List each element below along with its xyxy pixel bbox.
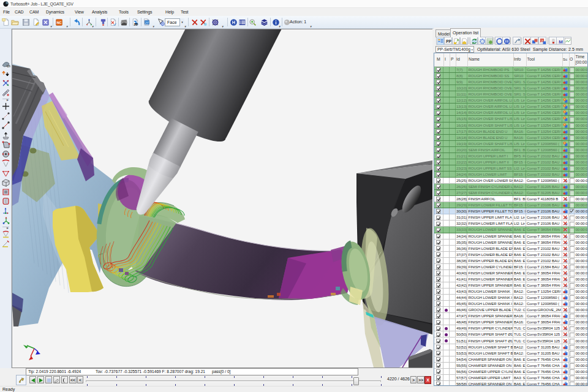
svg-text:UN: UN	[7, 64, 10, 68]
svg-text:PP: PP	[446, 39, 451, 43]
svg-text:NC: NC	[56, 20, 61, 24]
svg-text:M: M	[559, 39, 563, 44]
svg-text:2: 2	[541, 39, 543, 42]
svg-text:PP: PP	[134, 23, 138, 26]
